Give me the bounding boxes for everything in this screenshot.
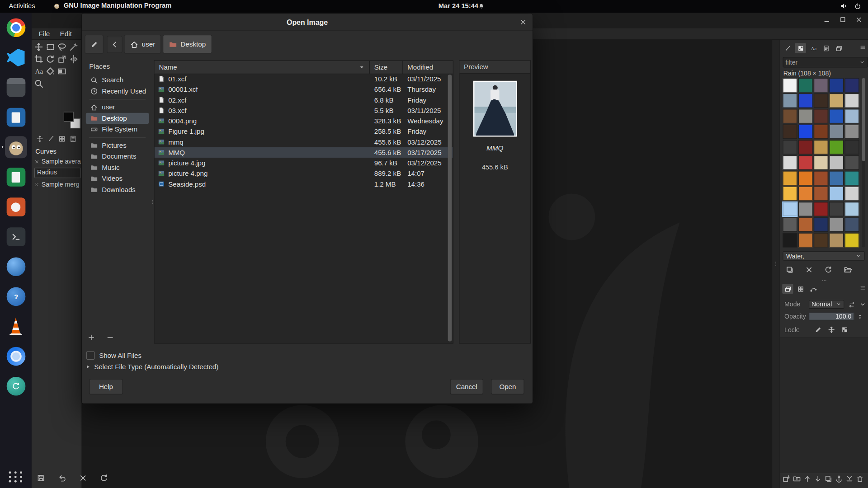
dock-tab-layers[interactable] (833, 43, 844, 53)
dock-tab-font[interactable]: Aa (808, 43, 819, 53)
window-minimize-icon[interactable] (823, 16, 830, 23)
splitter-handle-icon[interactable] (773, 259, 778, 269)
crop-tool-icon[interactable] (34, 54, 44, 64)
pattern-swatch[interactable] (783, 233, 797, 248)
pattern-swatch[interactable] (798, 125, 813, 139)
pattern-swatch[interactable] (783, 155, 797, 170)
bucket-tool-icon[interactable] (45, 66, 55, 76)
show-all-files-row[interactable]: Show All Files (86, 352, 142, 360)
pattern-swatch[interactable] (845, 94, 859, 108)
pattern-swatch[interactable] (845, 78, 859, 93)
pattern-swatch[interactable] (783, 140, 797, 155)
file-type-expander[interactable]: Select File Type (Automatically Detected… (85, 363, 219, 371)
pattern-swatch[interactable] (814, 109, 828, 123)
pattern-swatch[interactable] (845, 233, 859, 248)
focused-app[interactable]: GNU Image Manipulation Program (53, 2, 172, 9)
close-icon[interactable] (79, 474, 88, 483)
pattern-swatch[interactable] (814, 233, 828, 248)
sample-average-row[interactable]: Sample avera (32, 157, 81, 166)
pattern-swatch[interactable] (845, 125, 859, 139)
dock-tab-document[interactable] (821, 43, 831, 53)
back-button[interactable] (107, 36, 122, 53)
font-tool-icon[interactable]: Aa (34, 66, 44, 76)
dock-tab-paintbrush[interactable] (782, 43, 793, 53)
pattern-swatch[interactable] (798, 202, 813, 216)
file-row[interactable]: picture 4.jpg96.7 kB03/12/2025 (155, 158, 453, 168)
window-close-icon[interactable] (855, 16, 863, 23)
pattern-swatch[interactable] (798, 233, 813, 248)
open-button[interactable]: Open (491, 379, 524, 394)
close-pattern-button[interactable] (805, 266, 813, 274)
place-recently-used[interactable]: Recently Used (86, 86, 149, 97)
file-row[interactable]: Seaside.psd1.2 MB14:36 (155, 179, 453, 189)
dock-menu-icon[interactable] (860, 44, 866, 50)
pattern-swatch[interactable] (814, 187, 828, 201)
place-file-system[interactable]: File System (86, 124, 149, 135)
refresh-pattern-button[interactable] (824, 266, 832, 274)
menu-edit[interactable]: Edit (55, 30, 76, 38)
pattern-swatch[interactable] (814, 125, 828, 139)
add-bookmark-icon[interactable] (87, 333, 95, 341)
pattern-swatch[interactable] (783, 217, 797, 232)
place-pictures[interactable]: Pictures (86, 140, 149, 151)
power-icon[interactable] (854, 3, 861, 10)
place-user[interactable]: user (86, 102, 149, 113)
trash-icon[interactable] (856, 475, 864, 483)
sample-merged-row[interactable]: Sample merg (32, 180, 81, 189)
file-row[interactable]: Figure 1.jpg258.5 kBFriday (155, 126, 453, 136)
pattern-swatch[interactable] (814, 202, 828, 216)
pattern-swatch[interactable] (845, 202, 859, 216)
place-documents[interactable]: Documents (86, 151, 149, 162)
dock-app-vlc[interactable] (5, 315, 27, 338)
pattern-swatch[interactable] (829, 202, 844, 216)
tool-option-move-icon[interactable] (36, 135, 44, 143)
pattern-swatch[interactable] (798, 155, 813, 170)
folder-open-pattern-button[interactable] (844, 266, 852, 274)
pattern-swatch[interactable] (829, 187, 844, 201)
column-header-modified[interactable]: Modified (403, 61, 453, 74)
breadcrumb-user-button[interactable]: user (124, 35, 161, 54)
tool-option-grid-icon[interactable] (58, 135, 66, 143)
merge-icon[interactable] (845, 475, 854, 483)
place-downloads[interactable]: Downloads (86, 184, 149, 195)
dock-app-terminal[interactable] (5, 226, 27, 248)
cancel-button[interactable]: Cancel (450, 379, 483, 394)
dock-tab-checker[interactable] (795, 43, 806, 53)
remove-bookmark-icon[interactable] (106, 333, 114, 341)
dock-app-calc[interactable] (5, 166, 27, 188)
file-row[interactable]: 01.xcf10.2 kB03/11/2025 (155, 74, 453, 84)
dock-drag-dots-icon[interactable] (818, 278, 830, 283)
duplicate-icon[interactable] (824, 475, 832, 483)
pattern-swatch[interactable] (845, 155, 859, 170)
pattern-swatch[interactable] (845, 187, 859, 201)
dock-menu-icon[interactable] (860, 285, 866, 291)
dock-app-chrome[interactable] (5, 17, 27, 39)
dialog-titlebar[interactable]: Open Image (82, 14, 533, 31)
dock-splitter[interactable] (772, 40, 779, 488)
place-music[interactable]: Music (86, 162, 149, 173)
activities-button[interactable]: Activities (9, 2, 35, 10)
dock-app-chromium[interactable] (5, 345, 27, 367)
pattern-swatch[interactable] (814, 78, 828, 93)
color-swatches[interactable] (64, 112, 80, 128)
pattern-swatch[interactable] (814, 155, 828, 170)
new-group-icon[interactable] (793, 475, 801, 483)
pattern-swatch[interactable] (829, 78, 844, 93)
duplicate-pattern-button[interactable] (786, 266, 794, 274)
radius-input[interactable]: Radius (34, 168, 81, 178)
anchor-icon[interactable] (835, 475, 843, 483)
clock[interactable]: Mar 24 15:44 (439, 2, 478, 10)
opacity-spinner-icon[interactable] (857, 313, 863, 320)
file-row[interactable]: MMQ455.6 kB03/17/2025 (155, 147, 453, 158)
pattern-swatch[interactable] (798, 187, 813, 201)
new-layer-icon[interactable] (782, 475, 790, 483)
dock-app-vscode[interactable] (5, 47, 27, 69)
refresh-icon[interactable] (99, 474, 108, 483)
pattern-swatch[interactable] (783, 78, 797, 93)
opacity-slider[interactable]: 100.0 (809, 313, 854, 320)
mode-dropdown[interactable]: Normal (809, 300, 844, 309)
pattern-swatch[interactable] (798, 94, 813, 108)
dock-app-software[interactable] (5, 375, 27, 397)
save-icon[interactable] (37, 474, 46, 483)
pattern-swatch[interactable] (829, 155, 844, 170)
